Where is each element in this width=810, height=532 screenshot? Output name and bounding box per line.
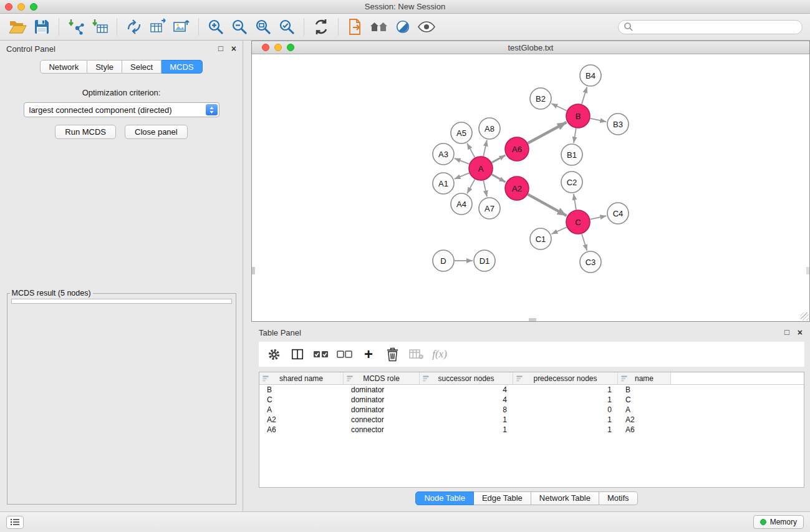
show-columns-button[interactable] [287,344,307,364]
network-zoom-button[interactable] [287,44,294,51]
control-tab-style[interactable]: Style [87,60,122,74]
import-table-button[interactable] [88,16,112,38]
graph-node-A1[interactable]: A1 [433,173,454,194]
graph-edge-C-C2[interactable] [574,194,576,210]
graph-node-C3[interactable]: C3 [580,251,601,273]
zoom-out-button[interactable] [228,16,251,38]
import-table-icon [91,18,108,36]
graph-edge-B-B4[interactable] [582,87,587,104]
graph-edge-A-A4[interactable] [467,180,475,194]
graph-node-D1[interactable]: D1 [474,250,495,271]
column-header-name[interactable]: name [618,372,671,384]
homes-button[interactable] [367,16,391,38]
graphics-details-button[interactable] [391,16,415,38]
zoom-in-button[interactable] [204,16,228,38]
graph-edge-C-C1[interactable] [551,227,566,234]
search-input[interactable] [637,22,797,31]
column-header-mcds-role[interactable]: MCDS role [344,372,420,384]
table-arrows-button[interactable] [146,16,170,38]
graph-node-A8[interactable]: A8 [479,118,500,139]
column-header-shared-name[interactable]: shared name [259,372,344,384]
graph-edge-A-A2[interactable] [492,175,506,182]
graph-node-A4[interactable]: A4 [451,193,472,215]
table-row[interactable]: A6connector11A6 [259,425,804,435]
graph-edge-B-B2[interactable] [551,104,567,111]
graph-node-C2[interactable]: C2 [561,172,582,193]
delete-column-button[interactable] [382,344,402,364]
control-tab-network[interactable]: Network [40,60,87,74]
control-panel-close-button[interactable]: × [231,44,236,54]
graph-node-A5[interactable]: A5 [451,122,472,143]
graph-edge-C-C3[interactable] [582,234,587,251]
graph-node-D[interactable]: D [433,250,454,271]
close-window-button[interactable] [5,3,12,11]
graph-node-A7[interactable]: A7 [479,198,500,219]
graph-edge-A6-B[interactable] [528,122,567,143]
table-panel-float-button[interactable]: □ [784,327,789,337]
refresh-button[interactable] [309,16,333,38]
network-close-button[interactable] [262,44,269,51]
graph-node-B1[interactable]: B1 [561,144,582,165]
graph-edge-A-A5[interactable] [467,143,475,158]
select-all-columns-button[interactable] [311,344,331,364]
column-header-successor-nodes[interactable]: successor nodes [420,372,513,384]
close-mcds-panel-button[interactable]: Close panel [125,125,188,139]
graph-edge-C-C4[interactable] [591,216,607,220]
table-tab-network-table[interactable]: Network Table [531,491,599,505]
graph-edge-A-A8[interactable] [483,140,487,157]
graph-node-A2[interactable]: A2 [505,177,529,200]
open-session-button[interactable] [6,16,30,38]
graph-node-A[interactable]: A [469,157,493,180]
control-tab-select[interactable]: Select [122,60,162,74]
table-tab-motifs[interactable]: Motifs [599,491,638,505]
export-image-button[interactable] [170,16,193,38]
network-canvas[interactable]: B4B2BB3A5A8A6A3B1AC2A1A2A4A7C4CC1C3DD1 [252,54,809,321]
control-panel-float-button[interactable]: □ [218,44,223,54]
minimize-window-button[interactable] [17,3,25,11]
graph-node-C[interactable]: C [566,210,590,234]
show-hide-panel-button[interactable] [415,16,438,38]
graph-node-C1[interactable]: C1 [530,228,551,249]
create-column-button[interactable]: + [359,344,378,364]
graph-edge-A-A1[interactable] [455,173,470,179]
graph-edge-A-A6[interactable] [492,155,506,163]
graph-node-B2[interactable]: B2 [530,88,551,109]
memory-button[interactable]: Memory [753,515,804,529]
mcds-result-list[interactable]: A2ABCA6 [11,299,232,304]
graph-node-C4[interactable]: C4 [607,203,629,224]
resize-grip-icon[interactable] [801,312,809,321]
table-row[interactable]: Bdominator41B [259,385,804,395]
table-row[interactable]: Cdominator41C [259,395,804,405]
graph-edge-B-B3[interactable] [591,118,607,122]
graph-edge-A-A7[interactable] [483,181,487,197]
graph-edge-B-B1[interactable] [574,128,576,143]
run-mcds-button[interactable]: Run MCDS [55,125,116,139]
graph-node-A6[interactable]: A6 [505,137,529,161]
graph-node-B[interactable]: B [566,104,590,128]
table-panel-close-button[interactable]: × [798,327,803,337]
graph-edge-A-A3[interactable] [455,158,470,164]
column-header-predecessor-nodes[interactable]: predecessor nodes [513,372,618,384]
network-arrows-button[interactable] [122,16,146,38]
zoom-fit-button[interactable] [251,16,275,38]
graph-node-B3[interactable]: B3 [607,114,629,135]
table-tab-node-table[interactable]: Node Table [415,491,474,505]
graph-edge-A2-C[interactable] [528,195,567,216]
task-history-button[interactable] [6,516,24,529]
save-session-button[interactable] [30,16,54,38]
control-tab-mcds[interactable]: MCDS [162,60,202,74]
network-minimize-button[interactable] [274,44,282,51]
zoom-selected-button[interactable] [275,16,299,38]
table-settings-button[interactable] [264,344,284,364]
table-row[interactable]: A2connector11A2 [259,415,804,425]
zoom-window-button[interactable] [30,3,37,11]
table-tab-edge-table[interactable]: Edge Table [474,491,531,505]
mcds-result-item[interactable]: A2 [15,301,228,304]
optimization-criterion-select[interactable]: largest connected component (directed) [24,102,219,117]
document-export-button[interactable] [344,16,367,38]
table-row[interactable]: Adominator80A [259,405,804,415]
import-network-button[interactable] [64,16,88,38]
graph-node-B4[interactable]: B4 [580,65,601,86]
graph-node-A3[interactable]: A3 [433,143,454,165]
deselect-all-columns-button[interactable] [335,344,355,364]
